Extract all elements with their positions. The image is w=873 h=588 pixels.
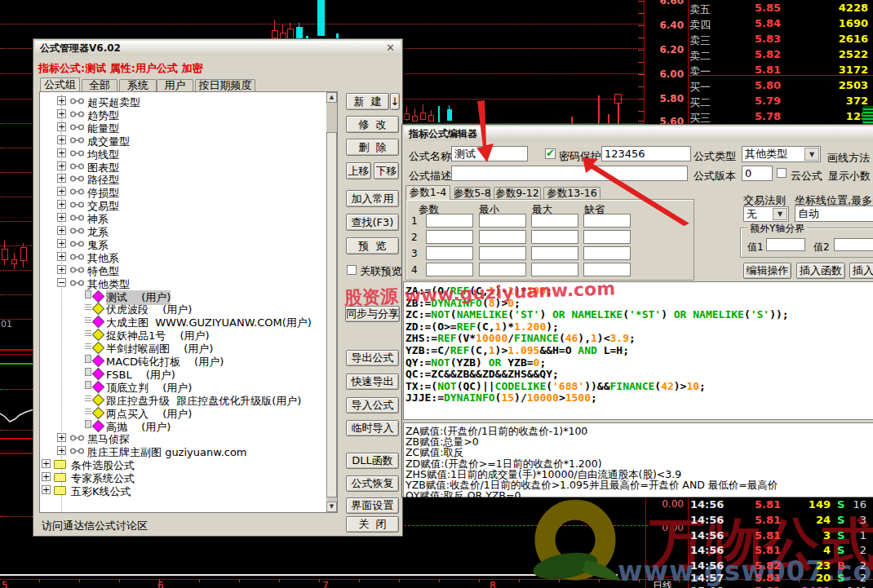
- import-button[interactable]: 导入公式: [346, 397, 399, 413]
- param-input-3-2[interactable]: [479, 246, 526, 260]
- tree-row[interactable]: FSBL (用户): [39, 367, 326, 380]
- tree-row[interactable]: +胜庄王牌主副图 guziyuanw.com: [39, 444, 326, 458]
- param-tab-0[interactable]: 参数1-4: [405, 185, 450, 200]
- tree-expand-icon[interactable]: +: [57, 239, 66, 248]
- temp-import-button[interactable]: 临时导入: [346, 420, 399, 436]
- tree-expand-icon[interactable]: +: [57, 148, 66, 157]
- param-input-1-3[interactable]: [531, 214, 578, 228]
- tree-expand-icon[interactable]: +: [42, 472, 51, 481]
- insert-func-button[interactable]: 插入函数: [796, 263, 845, 279]
- tree-row[interactable]: +五彩K线公式: [39, 484, 326, 497]
- param-input-4-4[interactable]: [583, 263, 631, 276]
- tree-row[interactable]: 顶底立判 (用户): [39, 380, 326, 393]
- close-button[interactable]: 关 闭: [346, 516, 399, 533]
- tree-row[interactable]: +龙系: [39, 224, 326, 237]
- tree-expand-icon[interactable]: +: [57, 446, 66, 455]
- cloud-checkbox[interactable]: [777, 168, 787, 178]
- tree-expand-icon[interactable]: +: [57, 433, 66, 442]
- manager-tab-4[interactable]: 按日期频度: [195, 79, 255, 91]
- tree-expand-icon[interactable]: +: [57, 213, 66, 222]
- param-tab-1[interactable]: 参数5-8: [454, 187, 490, 200]
- trade-rule-dropdown[interactable]: 无 ▼: [743, 206, 789, 222]
- tree-expand-icon[interactable]: +: [57, 265, 66, 274]
- scrollbar-thumb[interactable]: [326, 132, 337, 497]
- tree-expand-icon[interactable]: +: [42, 459, 51, 468]
- param-input-1-2[interactable]: [479, 214, 526, 228]
- tree-row[interactable]: +专家系统公式: [39, 471, 326, 484]
- param-input-4-2[interactable]: [479, 263, 526, 276]
- tree-row[interactable]: +黑马侦探: [39, 431, 326, 444]
- tree-expand-icon[interactable]: −: [57, 278, 66, 287]
- password-checkbox[interactable]: [545, 148, 556, 159]
- manager-tab-1[interactable]: 全部: [82, 79, 117, 91]
- quick-export-button[interactable]: 快速导出: [346, 374, 399, 390]
- name-input[interactable]: 测试: [451, 146, 528, 161]
- new-button[interactable]: 新 建: [346, 93, 389, 110]
- tree-expand-icon[interactable]: +: [57, 122, 66, 131]
- type-dropdown[interactable]: 其他类型 ▼: [742, 146, 821, 162]
- param-input-3-4[interactable]: [583, 246, 631, 260]
- tree-row[interactable]: +图表型: [39, 160, 326, 173]
- tree-expand-icon[interactable]: +: [57, 187, 66, 196]
- tree-expand-icon[interactable]: +: [57, 109, 66, 118]
- param-input-2-2[interactable]: [479, 230, 526, 244]
- manager-tab-0[interactable]: 公式组: [40, 77, 80, 91]
- close-icon[interactable]: ✕: [386, 43, 396, 53]
- tree-row[interactable]: +停损型: [39, 185, 326, 198]
- move-down-button[interactable]: 下移: [374, 162, 399, 179]
- param-input-3-3[interactable]: [531, 246, 578, 260]
- ui-setting-button[interactable]: 界面设置: [346, 497, 399, 514]
- tree-row[interactable]: +特色型: [39, 263, 326, 276]
- tree-row[interactable]: 跟庄控盘升级 跟庄控盘优化升级版(用户): [39, 393, 326, 406]
- v2-input[interactable]: [834, 238, 873, 251]
- param-input-2-4[interactable]: [583, 230, 631, 244]
- tree-row[interactable]: 高抛 (用户): [39, 419, 326, 432]
- scroll-down-icon[interactable]: ▼: [326, 502, 337, 512]
- tree-row[interactable]: 大成主图 WWW.GUZIYUANW.COM(用户): [39, 315, 326, 328]
- link-preview-checkbox[interactable]: [347, 265, 357, 275]
- manager-titlebar[interactable]: 公式管理器V6.02: [35, 41, 401, 55]
- edit-op-button[interactable]: 编辑操作: [743, 263, 791, 279]
- tree-row[interactable]: +趋势型: [39, 108, 326, 121]
- param-tab-3[interactable]: 参数13-16: [543, 187, 600, 200]
- param-input-4-3[interactable]: [531, 263, 578, 276]
- tree-row[interactable]: 伏虎波段 (用户): [39, 302, 326, 315]
- password-input[interactable]: 123456: [601, 146, 691, 161]
- tree-expand-icon[interactable]: +: [57, 135, 66, 144]
- restore-button[interactable]: 公式恢复: [346, 475, 399, 492]
- param-input-2-1[interactable]: [426, 230, 473, 244]
- tree-row[interactable]: +成交量型: [39, 134, 326, 147]
- tree-row[interactable]: 两点买入 (用户): [39, 406, 326, 419]
- tree-row[interactable]: +均线型: [39, 147, 326, 160]
- delete-button[interactable]: 删 除: [346, 139, 399, 156]
- param-input-2-3[interactable]: [531, 230, 578, 244]
- tree-expand-icon[interactable]: +: [57, 96, 66, 105]
- param-input-1-4[interactable]: [583, 214, 631, 228]
- version-input[interactable]: 0: [742, 166, 773, 181]
- manager-status[interactable]: 访问通达信公式讨论区: [42, 519, 148, 533]
- tree-expand-icon[interactable]: +: [57, 174, 66, 183]
- tree-row[interactable]: 测试 (用户): [39, 290, 326, 303]
- insert-indicator-button[interactable]: 插入指标: [849, 263, 873, 279]
- param-input-4-1[interactable]: [426, 263, 473, 276]
- tree-expand-icon[interactable]: +: [57, 252, 66, 261]
- tree-expand-icon[interactable]: +: [57, 161, 66, 170]
- param-input-1-1[interactable]: [426, 214, 473, 228]
- tree-row[interactable]: +其他系: [39, 250, 326, 263]
- param-input-3-1[interactable]: [426, 246, 473, 260]
- find-button[interactable]: 查找(F3): [346, 214, 399, 231]
- tree-row[interactable]: +神系: [39, 211, 326, 224]
- scroll-up-icon[interactable]: ▲: [326, 92, 337, 103]
- desc-input[interactable]: [451, 166, 688, 181]
- chevron-down-icon[interactable]: ▼: [773, 208, 787, 220]
- tree-row[interactable]: +条件选股公式: [39, 458, 326, 471]
- tree-row[interactable]: −其他类型: [39, 276, 326, 290]
- new-drop-button[interactable]: ↓: [390, 93, 400, 110]
- tree-row[interactable]: 半剑封喉副图 (用户): [39, 341, 326, 354]
- editor-titlebar[interactable]: 指标公式编辑器: [404, 126, 873, 141]
- export-button[interactable]: 导出公式: [346, 350, 399, 366]
- tree-row[interactable]: 捉妖神品1号 (用户): [39, 328, 326, 341]
- tree-row[interactable]: +能量型: [39, 121, 326, 134]
- chevron-down-icon[interactable]: ▼: [804, 148, 819, 161]
- tree-row[interactable]: +路径型: [39, 172, 326, 185]
